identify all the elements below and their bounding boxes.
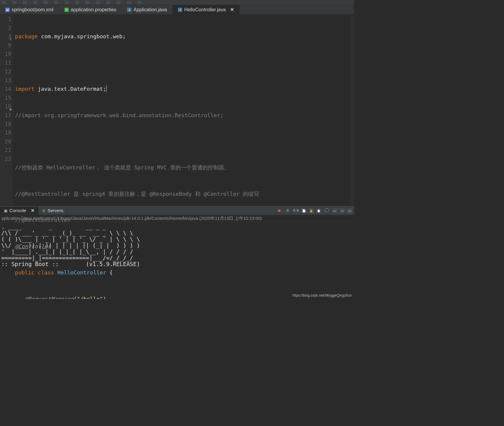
top-toolbar — [0, 0, 354, 5]
remove-all-icon[interactable]: ✖✖ — [293, 208, 299, 214]
override-marker-icon[interactable]: ● — [9, 105, 12, 108]
tab-label: HelloController.java — [184, 7, 226, 12]
properties-file-icon: ≡ — [64, 8, 68, 12]
console-toolbar: ■ ✖ ✖✖ 📄 🔒 📋 🖵 ▭ ▭ ▭ — [276, 206, 352, 214]
close-panel-tab-icon[interactable]: ✕ — [31, 208, 35, 213]
panel-tab-servers[interactable]: ⚙ Servers — [39, 206, 67, 214]
java-file-icon: J — [178, 8, 182, 12]
terminate-icon[interactable]: ■ — [276, 208, 282, 214]
scroll-lock-icon[interactable]: 🔒 — [309, 208, 314, 213]
pin-console-icon[interactable]: 📋 — [316, 208, 321, 213]
panel-tab-label: Servers — [48, 208, 63, 213]
console-icon: ▣ — [4, 208, 7, 213]
panel-tab-console[interactable]: ▣ Console ✕ — [0, 206, 39, 214]
panel-tabs: ▣ Console ✕ ⚙ Servers ■ ✖ ✖✖ 📄 🔒 📋 🖵 ▭ ▭… — [0, 206, 354, 215]
tab-label: Application.java — [133, 7, 167, 12]
tab-application-java[interactable]: J Application.java — [122, 5, 173, 15]
servers-icon: ⚙ — [42, 208, 45, 213]
code-editor[interactable]: 1 2 3⊕ 9 10 11 12 13 14 15 16● 17 18 19 … — [0, 15, 354, 206]
editor-vertical-scrollbar[interactable] — [350, 15, 354, 206]
watermark-text: https://blog.csdn.net/MinggeQingchun — [292, 294, 352, 298]
display-selected-icon[interactable]: 🖵 — [324, 208, 330, 214]
tab-pom-xml[interactable]: M springboot/pom.xml — [0, 5, 59, 15]
remove-launch-icon[interactable]: ✖ — [285, 208, 291, 214]
tab-application-properties[interactable]: ≡ application.properties — [59, 5, 122, 15]
minimize-icon[interactable]: ▭ — [340, 208, 345, 213]
text-caret — [106, 85, 106, 92]
java-file-icon: J — [127, 8, 131, 12]
tab-label: application.properties — [71, 7, 116, 12]
code-area[interactable]: package com.myjava.springboot.web; impor… — [13, 15, 354, 206]
panel-tab-label: Console — [9, 208, 26, 213]
close-tab-icon[interactable]: ✕ — [230, 7, 234, 12]
fold-expand-icon[interactable]: ⊕ — [9, 35, 12, 38]
editor-tabs: M springboot/pom.xml ≡ application.prope… — [0, 5, 354, 15]
tab-label: springboot/pom.xml — [12, 7, 53, 12]
clear-console-icon[interactable]: 📄 — [301, 208, 306, 213]
open-console-icon[interactable]: ▭ — [332, 208, 337, 213]
maximize-icon[interactable]: ▭ — [347, 208, 352, 213]
tab-hellocontroller-java[interactable]: J HelloController.java ✕ — [173, 5, 240, 15]
line-number-gutter: 1 2 3⊕ 9 10 11 12 13 14 15 16● 17 18 19 … — [0, 15, 13, 206]
xml-file-icon: M — [5, 8, 9, 12]
